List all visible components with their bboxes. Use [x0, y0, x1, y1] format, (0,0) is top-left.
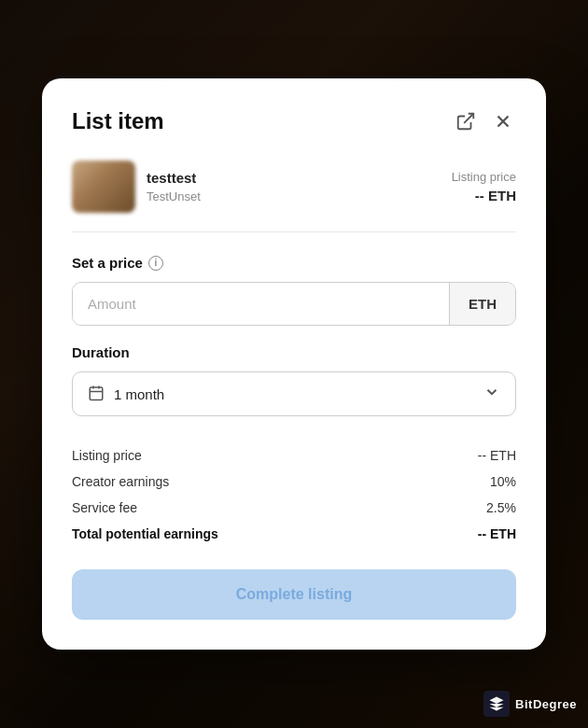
fees-section: Listing price -- ETH Creator earnings 10…	[72, 442, 516, 547]
duration-select-left: 1 month	[88, 385, 164, 404]
listing-price-fee-label: Listing price	[72, 448, 142, 463]
fee-row-listing: Listing price -- ETH	[72, 442, 516, 469]
svg-line-0	[464, 114, 473, 123]
duration-label: Duration	[72, 344, 516, 360]
svg-rect-3	[90, 387, 103, 400]
header-icons	[453, 108, 516, 134]
modal-container: List item testtest TestUns	[42, 78, 546, 650]
modal-title: List item	[72, 108, 164, 134]
fee-row-service: Service fee 2.5%	[72, 495, 516, 521]
price-input-row: ETH	[72, 282, 516, 326]
info-icon[interactable]: i	[148, 256, 163, 271]
modal-header: List item	[72, 108, 516, 134]
set-price-label: Set a price i	[72, 255, 516, 271]
complete-listing-button[interactable]: Complete listing	[72, 569, 516, 620]
fee-row-total: Total potential earnings -- ETH	[72, 521, 516, 547]
creator-earnings-value: 10%	[490, 474, 516, 489]
listing-price-block: Listing price -- ETH	[452, 170, 516, 203]
external-link-button[interactable]	[453, 108, 479, 134]
service-fee-value: 2.5%	[486, 500, 516, 515]
item-details: testtest TestUnset	[147, 170, 201, 203]
item-info: testtest TestUnset Listing price -- ETH	[72, 161, 516, 232]
listing-price-value: -- ETH	[452, 188, 516, 203]
currency-badge: ETH	[449, 283, 515, 325]
bitdegree-badge: BitDegree	[483, 691, 577, 717]
service-fee-label: Service fee	[72, 500, 137, 515]
item-name: testtest	[147, 170, 201, 186]
listing-price-label: Listing price	[452, 170, 516, 184]
total-earnings-value: -- ETH	[478, 526, 516, 541]
fee-row-creator: Creator earnings 10%	[72, 469, 516, 495]
set-price-section: Set a price i ETH	[72, 255, 516, 326]
total-earnings-label: Total potential earnings	[72, 526, 218, 541]
bitdegree-text: BitDegree	[515, 697, 577, 711]
listing-price-fee-value: -- ETH	[478, 448, 516, 463]
duration-select[interactable]: 1 month	[72, 371, 516, 416]
duration-value: 1 month	[114, 386, 164, 402]
amount-input[interactable]	[73, 283, 449, 325]
close-button[interactable]	[490, 108, 516, 134]
calendar-icon	[88, 385, 105, 404]
chevron-down-icon	[483, 384, 500, 404]
item-thumbnail	[72, 161, 135, 213]
item-collection: TestUnset	[147, 189, 201, 203]
item-left: testtest TestUnset	[72, 161, 201, 213]
bitdegree-logo-icon	[483, 691, 510, 717]
creator-earnings-label: Creator earnings	[72, 474, 169, 489]
duration-section: Duration 1 month	[72, 344, 516, 416]
